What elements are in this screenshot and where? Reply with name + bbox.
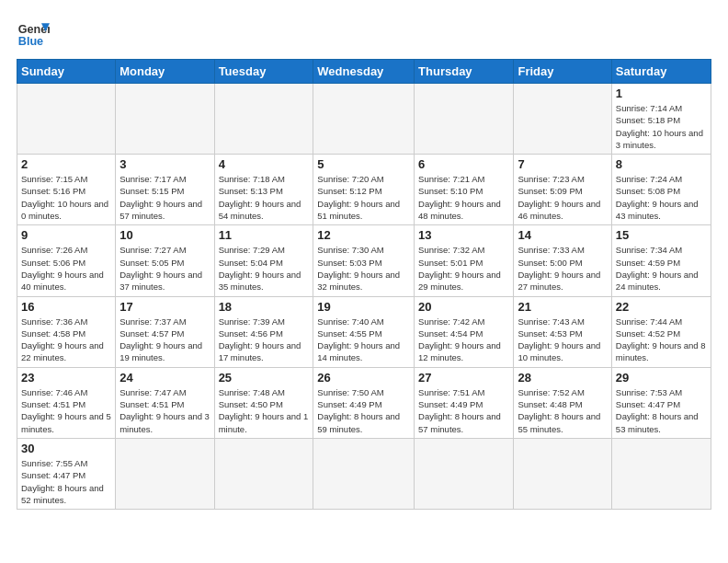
calendar-cell: 2Sunrise: 7:15 AM Sunset: 5:16 PM Daylig… <box>17 155 116 225</box>
day-number: 22 <box>616 300 707 314</box>
weekday-header-saturday: Saturday <box>611 60 711 84</box>
day-info: Sunrise: 7:36 AM Sunset: 4:58 PM Dayligh… <box>21 316 111 364</box>
calendar-cell: 1Sunrise: 7:14 AM Sunset: 5:18 PM Daylig… <box>611 84 711 155</box>
calendar-cell <box>415 84 514 155</box>
calendar-cell: 12Sunrise: 7:30 AM Sunset: 5:03 PM Dayli… <box>313 225 415 296</box>
header: General Blue <box>17 17 711 50</box>
day-number: 10 <box>119 228 210 242</box>
calendar-cell: 8Sunrise: 7:24 AM Sunset: 5:08 PM Daylig… <box>611 155 711 225</box>
calendar-cell: 17Sunrise: 7:37 AM Sunset: 4:57 PM Dayli… <box>116 296 214 367</box>
day-number: 15 <box>616 228 707 242</box>
day-info: Sunrise: 7:15 AM Sunset: 5:16 PM Dayligh… <box>21 173 111 222</box>
calendar-cell <box>214 84 313 155</box>
day-info: Sunrise: 7:51 AM Sunset: 4:49 PM Dayligh… <box>418 386 509 435</box>
calendar-cell: 13Sunrise: 7:32 AM Sunset: 5:01 PM Dayli… <box>415 225 514 296</box>
day-info: Sunrise: 7:53 AM Sunset: 4:47 PM Dayligh… <box>616 386 707 435</box>
day-number: 12 <box>317 228 410 242</box>
calendar-week-row: 16Sunrise: 7:36 AM Sunset: 4:58 PM Dayli… <box>17 296 711 367</box>
day-info: Sunrise: 7:21 AM Sunset: 5:10 PM Dayligh… <box>418 173 509 222</box>
calendar-cell <box>313 438 415 509</box>
day-number: 9 <box>21 228 111 242</box>
day-number: 16 <box>21 300 111 314</box>
weekday-header-wednesday: Wednesday <box>313 60 415 84</box>
day-info: Sunrise: 7:52 AM Sunset: 4:48 PM Dayligh… <box>518 386 607 435</box>
calendar-cell <box>17 84 116 155</box>
day-number: 21 <box>518 300 607 314</box>
day-info: Sunrise: 7:24 AM Sunset: 5:08 PM Dayligh… <box>616 173 707 222</box>
svg-text:Blue: Blue <box>18 35 43 48</box>
day-number: 20 <box>418 300 509 314</box>
day-number: 17 <box>119 300 210 314</box>
calendar-cell: 15Sunrise: 7:34 AM Sunset: 4:59 PM Dayli… <box>611 225 711 296</box>
day-number: 23 <box>21 371 111 385</box>
day-info: Sunrise: 7:42 AM Sunset: 4:54 PM Dayligh… <box>418 316 509 364</box>
day-info: Sunrise: 7:39 AM Sunset: 4:56 PM Dayligh… <box>219 316 310 364</box>
calendar-cell: 10Sunrise: 7:27 AM Sunset: 5:05 PM Dayli… <box>116 225 214 296</box>
calendar-week-row: 23Sunrise: 7:46 AM Sunset: 4:51 PM Dayli… <box>17 367 711 438</box>
day-info: Sunrise: 7:20 AM Sunset: 5:12 PM Dayligh… <box>317 173 410 222</box>
day-number: 3 <box>119 157 210 171</box>
weekday-header-friday: Friday <box>514 60 611 84</box>
weekday-header-monday: Monday <box>116 60 214 84</box>
calendar-cell: 24Sunrise: 7:47 AM Sunset: 4:51 PM Dayli… <box>116 367 214 438</box>
calendar-cell: 4Sunrise: 7:18 AM Sunset: 5:13 PM Daylig… <box>214 155 313 225</box>
calendar-cell <box>514 84 611 155</box>
calendar-cell: 18Sunrise: 7:39 AM Sunset: 4:56 PM Dayli… <box>214 296 313 367</box>
calendar-table: SundayMondayTuesdayWednesdayThursdayFrid… <box>17 59 711 510</box>
day-info: Sunrise: 7:44 AM Sunset: 4:52 PM Dayligh… <box>616 316 707 364</box>
day-number: 4 <box>219 157 310 171</box>
weekday-header-tuesday: Tuesday <box>214 60 313 84</box>
calendar-cell: 7Sunrise: 7:23 AM Sunset: 5:09 PM Daylig… <box>514 155 611 225</box>
day-number: 7 <box>518 157 607 171</box>
day-number: 6 <box>418 157 509 171</box>
day-number: 11 <box>219 228 310 242</box>
calendar-week-row: 9Sunrise: 7:26 AM Sunset: 5:06 PM Daylig… <box>17 225 711 296</box>
calendar-cell: 29Sunrise: 7:53 AM Sunset: 4:47 PM Dayli… <box>611 367 711 438</box>
calendar-cell <box>611 438 711 509</box>
day-number: 28 <box>518 371 607 385</box>
day-number: 1 <box>616 86 707 100</box>
day-number: 14 <box>518 228 607 242</box>
day-info: Sunrise: 7:23 AM Sunset: 5:09 PM Dayligh… <box>518 173 607 222</box>
calendar-cell <box>415 438 514 509</box>
weekday-header-thursday: Thursday <box>415 60 514 84</box>
day-info: Sunrise: 7:26 AM Sunset: 5:06 PM Dayligh… <box>21 244 111 293</box>
day-number: 8 <box>616 157 707 171</box>
day-info: Sunrise: 7:17 AM Sunset: 5:15 PM Dayligh… <box>119 173 210 222</box>
day-info: Sunrise: 7:32 AM Sunset: 5:01 PM Dayligh… <box>418 244 509 293</box>
calendar-cell: 11Sunrise: 7:29 AM Sunset: 5:04 PM Dayli… <box>214 225 313 296</box>
calendar-cell: 21Sunrise: 7:43 AM Sunset: 4:53 PM Dayli… <box>514 296 611 367</box>
logo: General Blue <box>17 17 50 50</box>
day-number: 5 <box>317 157 410 171</box>
calendar-cell: 27Sunrise: 7:51 AM Sunset: 4:49 PM Dayli… <box>415 367 514 438</box>
day-info: Sunrise: 7:33 AM Sunset: 5:00 PM Dayligh… <box>518 244 607 293</box>
calendar-week-row: 2Sunrise: 7:15 AM Sunset: 5:16 PM Daylig… <box>17 155 711 225</box>
day-number: 30 <box>21 442 111 455</box>
day-number: 24 <box>119 371 210 385</box>
day-info: Sunrise: 7:27 AM Sunset: 5:05 PM Dayligh… <box>119 244 210 293</box>
calendar-cell: 14Sunrise: 7:33 AM Sunset: 5:00 PM Dayli… <box>514 225 611 296</box>
calendar-cell: 22Sunrise: 7:44 AM Sunset: 4:52 PM Dayli… <box>611 296 711 367</box>
day-info: Sunrise: 7:14 AM Sunset: 5:18 PM Dayligh… <box>616 102 707 151</box>
calendar-week-row: 1Sunrise: 7:14 AM Sunset: 5:18 PM Daylig… <box>17 84 711 155</box>
logo-icon: General Blue <box>17 17 50 50</box>
calendar-cell <box>313 84 415 155</box>
calendar-week-row: 30Sunrise: 7:55 AM Sunset: 4:47 PM Dayli… <box>17 438 711 509</box>
day-number: 13 <box>418 228 509 242</box>
calendar-cell <box>514 438 611 509</box>
day-number: 18 <box>219 300 310 314</box>
day-info: Sunrise: 7:55 AM Sunset: 4:47 PM Dayligh… <box>21 457 111 506</box>
page: General Blue SundayMondayTuesdayWednesda… <box>0 0 728 563</box>
calendar-cell <box>116 438 214 509</box>
calendar-cell: 3Sunrise: 7:17 AM Sunset: 5:15 PM Daylig… <box>116 155 214 225</box>
day-info: Sunrise: 7:50 AM Sunset: 4:49 PM Dayligh… <box>317 386 410 435</box>
calendar-cell: 19Sunrise: 7:40 AM Sunset: 4:55 PM Dayli… <box>313 296 415 367</box>
weekday-header-row: SundayMondayTuesdayWednesdayThursdayFrid… <box>17 60 711 84</box>
calendar-cell: 5Sunrise: 7:20 AM Sunset: 5:12 PM Daylig… <box>313 155 415 225</box>
day-number: 25 <box>219 371 310 385</box>
calendar-cell: 26Sunrise: 7:50 AM Sunset: 4:49 PM Dayli… <box>313 367 415 438</box>
day-number: 29 <box>616 371 707 385</box>
calendar-cell <box>116 84 214 155</box>
day-number: 26 <box>317 371 410 385</box>
day-info: Sunrise: 7:47 AM Sunset: 4:51 PM Dayligh… <box>119 386 210 435</box>
